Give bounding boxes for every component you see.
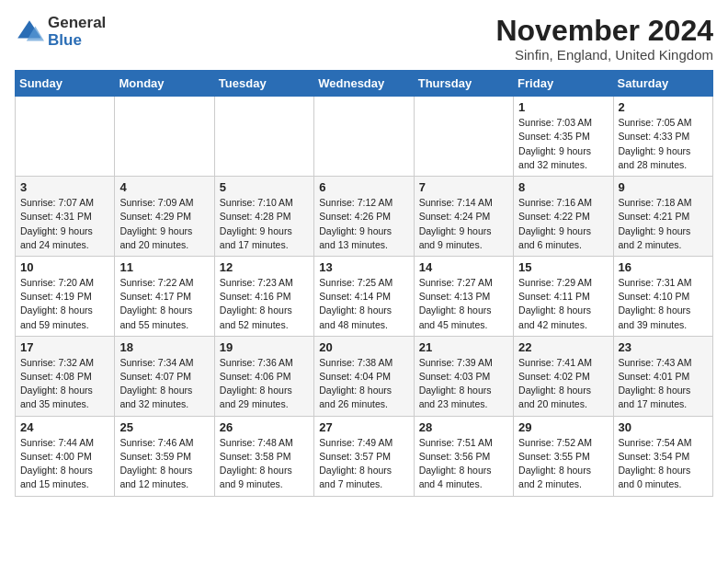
calendar-cell: 1Sunrise: 7:03 AM Sunset: 4:35 PM Daylig… xyxy=(514,97,613,177)
day-number: 22 xyxy=(518,340,608,354)
day-number: 13 xyxy=(319,260,408,274)
day-info: Sunrise: 7:25 AM Sunset: 4:14 PM Dayligh… xyxy=(319,276,408,332)
day-info: Sunrise: 7:14 AM Sunset: 4:24 PM Dayligh… xyxy=(419,196,508,252)
day-info: Sunrise: 7:36 AM Sunset: 4:06 PM Dayligh… xyxy=(220,356,309,412)
weekday-header-thursday: Thursday xyxy=(414,71,513,97)
day-info: Sunrise: 7:18 AM Sunset: 4:21 PM Dayligh… xyxy=(619,196,708,252)
logo-icon xyxy=(15,17,44,47)
day-number: 30 xyxy=(619,420,708,434)
calendar-cell: 9Sunrise: 7:18 AM Sunset: 4:21 PM Daylig… xyxy=(613,177,712,257)
day-number: 8 xyxy=(518,180,608,194)
day-number: 5 xyxy=(220,180,309,194)
weekday-header-tuesday: Tuesday xyxy=(214,71,313,97)
calendar-cell xyxy=(115,97,214,177)
day-info: Sunrise: 7:09 AM Sunset: 4:29 PM Dayligh… xyxy=(119,196,209,252)
day-info: Sunrise: 7:39 AM Sunset: 4:03 PM Dayligh… xyxy=(419,356,508,412)
day-number: 21 xyxy=(419,340,508,354)
day-info: Sunrise: 7:16 AM Sunset: 4:22 PM Dayligh… xyxy=(518,196,608,252)
day-number: 26 xyxy=(220,420,309,434)
calendar-week-3: 10Sunrise: 7:20 AM Sunset: 4:19 PM Dayli… xyxy=(16,256,713,336)
day-number: 24 xyxy=(20,420,109,434)
day-info: Sunrise: 7:34 AM Sunset: 4:07 PM Dayligh… xyxy=(119,356,209,412)
weekday-header-row: SundayMondayTuesdayWednesdayThursdayFrid… xyxy=(16,71,713,97)
day-number: 6 xyxy=(319,180,408,194)
day-number: 4 xyxy=(119,180,209,194)
logo: General Blue xyxy=(15,15,106,49)
weekday-header-saturday: Saturday xyxy=(613,71,712,97)
day-info: Sunrise: 7:27 AM Sunset: 4:13 PM Dayligh… xyxy=(419,276,508,332)
weekday-header-wednesday: Wednesday xyxy=(314,71,414,97)
day-info: Sunrise: 7:03 AM Sunset: 4:35 PM Dayligh… xyxy=(518,116,608,172)
calendar-week-5: 24Sunrise: 7:44 AM Sunset: 4:00 PM Dayli… xyxy=(16,416,713,496)
day-number: 12 xyxy=(220,260,309,274)
calendar-cell: 16Sunrise: 7:31 AM Sunset: 4:10 PM Dayli… xyxy=(613,256,712,336)
day-info: Sunrise: 7:32 AM Sunset: 4:08 PM Dayligh… xyxy=(20,356,109,412)
day-info: Sunrise: 7:07 AM Sunset: 4:31 PM Dayligh… xyxy=(20,196,109,252)
calendar-cell: 24Sunrise: 7:44 AM Sunset: 4:00 PM Dayli… xyxy=(16,416,115,496)
day-info: Sunrise: 7:44 AM Sunset: 4:00 PM Dayligh… xyxy=(20,436,109,492)
title-area: November 2024 Sinfin, England, United Ki… xyxy=(495,15,713,63)
weekday-header-friday: Friday xyxy=(514,71,613,97)
day-number: 16 xyxy=(619,260,708,274)
day-number: 20 xyxy=(319,340,408,354)
day-number: 23 xyxy=(619,340,708,354)
calendar-cell: 11Sunrise: 7:22 AM Sunset: 4:17 PM Dayli… xyxy=(115,256,214,336)
day-number: 7 xyxy=(419,180,508,194)
calendar-cell: 18Sunrise: 7:34 AM Sunset: 4:07 PM Dayli… xyxy=(115,336,214,416)
day-info: Sunrise: 7:49 AM Sunset: 3:57 PM Dayligh… xyxy=(319,436,408,492)
calendar-cell: 22Sunrise: 7:41 AM Sunset: 4:02 PM Dayli… xyxy=(514,336,613,416)
calendar-cell: 30Sunrise: 7:54 AM Sunset: 3:54 PM Dayli… xyxy=(613,416,712,496)
day-info: Sunrise: 7:10 AM Sunset: 4:28 PM Dayligh… xyxy=(220,196,309,252)
day-info: Sunrise: 7:43 AM Sunset: 4:01 PM Dayligh… xyxy=(619,356,708,412)
header: General Blue November 2024 Sinfin, Engla… xyxy=(15,15,713,63)
day-number: 29 xyxy=(518,420,608,434)
calendar-week-2: 3Sunrise: 7:07 AM Sunset: 4:31 PM Daylig… xyxy=(16,177,713,257)
calendar-cell: 25Sunrise: 7:46 AM Sunset: 3:59 PM Dayli… xyxy=(115,416,214,496)
calendar-cell: 7Sunrise: 7:14 AM Sunset: 4:24 PM Daylig… xyxy=(414,177,513,257)
calendar-cell xyxy=(314,97,414,177)
day-info: Sunrise: 7:23 AM Sunset: 4:16 PM Dayligh… xyxy=(220,276,309,332)
calendar-cell: 8Sunrise: 7:16 AM Sunset: 4:22 PM Daylig… xyxy=(514,177,613,257)
calendar-cell: 14Sunrise: 7:27 AM Sunset: 4:13 PM Dayli… xyxy=(414,256,513,336)
day-number: 1 xyxy=(518,100,608,114)
calendar-cell: 17Sunrise: 7:32 AM Sunset: 4:08 PM Dayli… xyxy=(16,336,115,416)
calendar-cell: 27Sunrise: 7:49 AM Sunset: 3:57 PM Dayli… xyxy=(314,416,414,496)
day-number: 2 xyxy=(619,100,708,114)
day-info: Sunrise: 7:31 AM Sunset: 4:10 PM Dayligh… xyxy=(619,276,708,332)
day-info: Sunrise: 7:20 AM Sunset: 4:19 PM Dayligh… xyxy=(20,276,109,332)
calendar-cell xyxy=(414,97,513,177)
calendar-cell: 19Sunrise: 7:36 AM Sunset: 4:06 PM Dayli… xyxy=(214,336,313,416)
calendar-cell: 20Sunrise: 7:38 AM Sunset: 4:04 PM Dayli… xyxy=(314,336,414,416)
day-number: 17 xyxy=(20,340,109,354)
day-info: Sunrise: 7:52 AM Sunset: 3:55 PM Dayligh… xyxy=(518,436,608,492)
calendar-week-1: 1Sunrise: 7:03 AM Sunset: 4:35 PM Daylig… xyxy=(16,97,713,177)
calendar-cell: 28Sunrise: 7:51 AM Sunset: 3:56 PM Dayli… xyxy=(414,416,513,496)
calendar-cell: 26Sunrise: 7:48 AM Sunset: 3:58 PM Dayli… xyxy=(214,416,313,496)
day-info: Sunrise: 7:38 AM Sunset: 4:04 PM Dayligh… xyxy=(319,356,408,412)
day-number: 3 xyxy=(20,180,109,194)
day-number: 10 xyxy=(20,260,109,274)
day-info: Sunrise: 7:54 AM Sunset: 3:54 PM Dayligh… xyxy=(619,436,708,492)
day-info: Sunrise: 7:48 AM Sunset: 3:58 PM Dayligh… xyxy=(220,436,309,492)
day-info: Sunrise: 7:29 AM Sunset: 4:11 PM Dayligh… xyxy=(518,276,608,332)
calendar-cell: 6Sunrise: 7:12 AM Sunset: 4:26 PM Daylig… xyxy=(314,177,414,257)
day-number: 27 xyxy=(319,420,408,434)
calendar-cell: 5Sunrise: 7:10 AM Sunset: 4:28 PM Daylig… xyxy=(214,177,313,257)
day-info: Sunrise: 7:22 AM Sunset: 4:17 PM Dayligh… xyxy=(119,276,209,332)
calendar-week-4: 17Sunrise: 7:32 AM Sunset: 4:08 PM Dayli… xyxy=(16,336,713,416)
calendar-cell: 2Sunrise: 7:05 AM Sunset: 4:33 PM Daylig… xyxy=(613,97,712,177)
calendar-table: SundayMondayTuesdayWednesdayThursdayFrid… xyxy=(15,70,713,496)
calendar-cell: 12Sunrise: 7:23 AM Sunset: 4:16 PM Dayli… xyxy=(214,256,313,336)
day-info: Sunrise: 7:05 AM Sunset: 4:33 PM Dayligh… xyxy=(619,116,708,172)
location: Sinfin, England, United Kingdom xyxy=(495,47,713,63)
day-info: Sunrise: 7:46 AM Sunset: 3:59 PM Dayligh… xyxy=(119,436,209,492)
calendar-cell xyxy=(16,97,115,177)
day-number: 19 xyxy=(220,340,309,354)
month-title: November 2024 xyxy=(495,15,713,47)
calendar-cell: 4Sunrise: 7:09 AM Sunset: 4:29 PM Daylig… xyxy=(115,177,214,257)
day-info: Sunrise: 7:41 AM Sunset: 4:02 PM Dayligh… xyxy=(518,356,608,412)
day-number: 9 xyxy=(619,180,708,194)
calendar-cell xyxy=(214,97,313,177)
day-info: Sunrise: 7:12 AM Sunset: 4:26 PM Dayligh… xyxy=(319,196,408,252)
calendar-cell: 15Sunrise: 7:29 AM Sunset: 4:11 PM Dayli… xyxy=(514,256,613,336)
